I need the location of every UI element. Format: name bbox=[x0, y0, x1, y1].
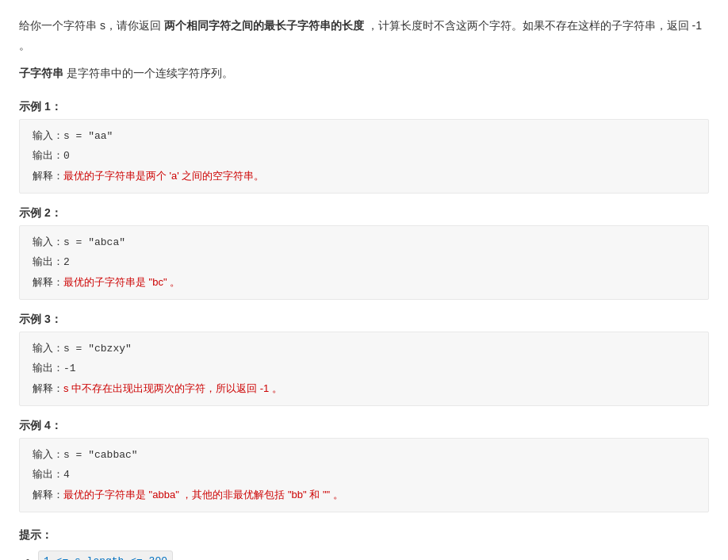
example-3-input-row: 输入：s = "cbzxy" bbox=[33, 339, 695, 359]
hint-code-length: 1 <= s.length <= 300 bbox=[38, 550, 173, 560]
example-3-box: 输入：s = "cbzxy" 输出：-1 解释：s 中不存在出现出现两次的字符，… bbox=[19, 332, 709, 406]
example-3: 示例 3： 输入：s = "cbzxy" 输出：-1 解释：s 中不存在出现出现… bbox=[19, 313, 709, 406]
example-2-title: 示例 2： bbox=[19, 206, 709, 221]
example-3-explain-text: s 中不存在出现出现两次的字符，所以返回 -1 。 bbox=[63, 382, 282, 394]
example-2-output-label: 输出： bbox=[33, 255, 63, 267]
example-4-output-row: 输出：4 bbox=[33, 465, 695, 485]
example-1-output-value: 0 bbox=[63, 150, 70, 162]
hint-title: 提示： bbox=[19, 528, 709, 543]
example-4-output-label: 输出： bbox=[33, 468, 63, 480]
example-4-explain-row: 解释：最优的子字符串是 "abba" ，其他的非最优解包括 "bb" 和 "" … bbox=[33, 485, 695, 505]
example-2-input-value: s = "abca" bbox=[63, 236, 125, 248]
intro-part1: 给你一个字符串 s，请你返回 bbox=[19, 19, 161, 32]
example-1-explain-row: 解释：最优的子字符串是两个 'a' 之间的空字符串。 bbox=[33, 167, 695, 186]
example-4-title: 示例 4： bbox=[19, 419, 709, 433]
example-4-box: 输入：s = "cabbac" 输出：4 解释：最优的子字符串是 "abba" … bbox=[19, 438, 709, 512]
example-3-output-row: 输出：-1 bbox=[33, 359, 695, 379]
example-2-output-row: 输出：2 bbox=[33, 252, 695, 273]
example-2-box: 输入：s = "abca" 输出：2 解释：最优的子字符串是 "bc" 。 bbox=[19, 225, 709, 300]
example-2-output-value: 2 bbox=[63, 256, 70, 268]
example-1-output-label: 输出： bbox=[33, 149, 63, 161]
example-1-explain-text: 最优的子字符串是两个 'a' 之间的空字符串。 bbox=[63, 170, 264, 182]
example-4-input-label: 输入： bbox=[33, 448, 63, 460]
example-3-output-value: -1 bbox=[63, 362, 76, 374]
example-2-input-row: 输入：s = "abca" bbox=[33, 232, 695, 253]
example-4-explain-text: 最优的子字符串是 "abba" ，其他的非最优解包括 "bb" 和 "" 。 bbox=[63, 489, 343, 501]
example-2-explain-row: 解释：最优的子字符串是 "bc" 。 bbox=[33, 273, 695, 293]
hint-item-1: 1 <= s.length <= 300 bbox=[38, 550, 709, 560]
intro-paragraph: 给你一个字符串 s，请你返回 两个相同字符之间的最长子字符串的长度 ，计算长度时… bbox=[19, 16, 709, 56]
subtext-bold: 子字符串 bbox=[19, 67, 63, 79]
subtext-rest: 是字符串中的一个连续字符序列。 bbox=[63, 67, 233, 79]
hint-list: 1 <= s.length <= 300 s 只含小写英文字母 bbox=[19, 550, 709, 560]
intro-bold: 两个相同字符之间的最长子字符串的长度 bbox=[161, 19, 367, 32]
example-3-input-label: 输入： bbox=[33, 342, 63, 354]
example-3-output-label: 输出： bbox=[33, 362, 63, 374]
example-1-title: 示例 1： bbox=[19, 100, 709, 114]
example-1-input-value: s = "aa" bbox=[63, 130, 113, 142]
example-2-input-label: 输入： bbox=[33, 236, 63, 247]
example-1-input-row: 输入：s = "aa" bbox=[33, 126, 695, 147]
example-1-box: 输入：s = "aa" 输出：0 解释：最优的子字符串是两个 'a' 之间的空字… bbox=[19, 119, 709, 194]
example-2: 示例 2： 输入：s = "abca" 输出：2 解释：最优的子字符串是 "bc… bbox=[19, 206, 709, 300]
example-3-explain-row: 解释：s 中不存在出现出现两次的字符，所以返回 -1 。 bbox=[33, 379, 695, 399]
example-4-output-value: 4 bbox=[63, 469, 70, 481]
example-1-output-row: 输出：0 bbox=[33, 146, 695, 167]
example-4-explain-label: 解释： bbox=[33, 489, 63, 501]
example-4: 示例 4： 输入：s = "cabbac" 输出：4 解释：最优的子字符串是 "… bbox=[19, 419, 709, 512]
sub-paragraph: 子字符串 是字符串中的一个连续字符序列。 bbox=[19, 63, 709, 83]
examples-container: 示例 1： 输入：s = "aa" 输出：0 解释：最优的子字符串是两个 'a'… bbox=[19, 100, 709, 512]
example-1-input-label: 输入： bbox=[33, 129, 63, 141]
example-3-input-value: s = "cbzxy" bbox=[63, 343, 132, 355]
example-2-explain-label: 解释： bbox=[33, 276, 63, 288]
example-3-explain-label: 解释： bbox=[33, 382, 63, 394]
hint-code-length-text: 1 <= s.length <= 300 bbox=[44, 555, 167, 560]
example-1: 示例 1： 输入：s = "aa" 输出：0 解释：最优的子字符串是两个 'a'… bbox=[19, 100, 709, 194]
example-4-input-value: s = "cabbac" bbox=[63, 449, 138, 461]
example-4-input-row: 输入：s = "cabbac" bbox=[33, 445, 695, 466]
example-3-title: 示例 3： bbox=[19, 313, 709, 327]
hint-section: 提示： 1 <= s.length <= 300 s 只含小写英文字母 bbox=[19, 528, 709, 560]
example-2-explain-text: 最优的子字符串是 "bc" 。 bbox=[63, 276, 180, 288]
example-1-explain-label: 解释： bbox=[33, 170, 63, 182]
